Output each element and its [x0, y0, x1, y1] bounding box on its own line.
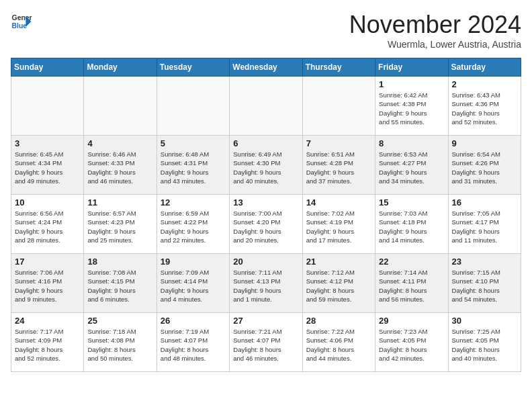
day-info: Sunrise: 6:45 AM Sunset: 4:34 PM Dayligh…	[15, 150, 80, 185]
calendar-cell: 18Sunrise: 7:08 AM Sunset: 4:15 PM Dayli…	[84, 254, 157, 313]
calendar-cell: 12Sunrise: 6:59 AM Sunset: 4:22 PM Dayli…	[157, 195, 229, 254]
calendar-cell: 20Sunrise: 7:11 AM Sunset: 4:13 PM Dayli…	[230, 254, 302, 313]
day-number: 7	[306, 138, 371, 148]
day-number: 8	[379, 138, 444, 148]
calendar-cell: 21Sunrise: 7:12 AM Sunset: 4:12 PM Dayli…	[302, 254, 375, 313]
day-number: 26	[161, 316, 226, 326]
calendar-cell: 22Sunrise: 7:14 AM Sunset: 4:11 PM Dayli…	[375, 254, 448, 313]
calendar-cell: 27Sunrise: 7:21 AM Sunset: 4:07 PM Dayli…	[230, 313, 302, 372]
calendar-cell: 30Sunrise: 7:25 AM Sunset: 4:05 PM Dayli…	[448, 313, 521, 372]
day-number: 27	[233, 316, 298, 326]
day-number: 22	[379, 257, 444, 267]
day-info: Sunrise: 7:19 AM Sunset: 4:07 PM Dayligh…	[161, 327, 226, 363]
day-info: Sunrise: 6:56 AM Sunset: 4:24 PM Dayligh…	[15, 209, 80, 244]
day-number: 10	[15, 197, 80, 208]
day-number: 20	[233, 257, 298, 267]
calendar-cell: 6Sunrise: 6:49 AM Sunset: 4:30 PM Daylig…	[230, 136, 302, 195]
weekday-header-monday: Monday	[84, 58, 157, 77]
day-number: 15	[379, 197, 444, 208]
day-info: Sunrise: 7:05 AM Sunset: 4:17 PM Dayligh…	[452, 209, 517, 244]
calendar-week-row: 1Sunrise: 6:42 AM Sunset: 4:38 PM Daylig…	[11, 77, 521, 136]
day-number: 16	[452, 197, 517, 208]
day-info: Sunrise: 7:12 AM Sunset: 4:12 PM Dayligh…	[306, 268, 371, 304]
logo-icon: General Blue	[11, 11, 32, 32]
day-info: Sunrise: 7:14 AM Sunset: 4:11 PM Dayligh…	[379, 268, 444, 304]
calendar-cell: 5Sunrise: 6:48 AM Sunset: 4:31 PM Daylig…	[157, 136, 229, 195]
calendar-cell: 26Sunrise: 7:19 AM Sunset: 4:07 PM Dayli…	[157, 313, 229, 372]
day-info: Sunrise: 7:11 AM Sunset: 4:13 PM Dayligh…	[233, 268, 298, 304]
calendar-week-row: 17Sunrise: 7:06 AM Sunset: 4:16 PM Dayli…	[11, 254, 521, 313]
calendar-week-row: 10Sunrise: 6:56 AM Sunset: 4:24 PM Dayli…	[11, 195, 521, 254]
page-header: General Blue November 2024 Wuermla, Lowe…	[11, 11, 521, 50]
calendar-cell: 10Sunrise: 6:56 AM Sunset: 4:24 PM Dayli…	[11, 195, 84, 254]
title-block: November 2024 Wuermla, Lower Austria, Au…	[349, 11, 521, 50]
day-info: Sunrise: 7:22 AM Sunset: 4:06 PM Dayligh…	[306, 327, 371, 363]
day-number: 1	[379, 79, 444, 89]
day-number: 3	[15, 138, 80, 148]
location-subtitle: Wuermla, Lower Austria, Austria	[349, 39, 521, 50]
day-number: 11	[87, 197, 152, 208]
day-info: Sunrise: 7:18 AM Sunset: 4:08 PM Dayligh…	[87, 327, 152, 363]
calendar-cell: 29Sunrise: 7:23 AM Sunset: 4:05 PM Dayli…	[375, 313, 448, 372]
calendar-cell: 2Sunrise: 6:43 AM Sunset: 4:36 PM Daylig…	[448, 77, 521, 136]
weekday-header-thursday: Thursday	[302, 58, 375, 77]
weekday-header-friday: Friday	[375, 58, 448, 77]
day-info: Sunrise: 6:57 AM Sunset: 4:23 PM Dayligh…	[87, 209, 152, 244]
day-info: Sunrise: 7:21 AM Sunset: 4:07 PM Dayligh…	[233, 327, 298, 363]
day-number: 6	[233, 138, 298, 148]
day-number: 24	[15, 316, 80, 326]
calendar-cell: 1Sunrise: 6:42 AM Sunset: 4:38 PM Daylig…	[375, 77, 448, 136]
weekday-header-sunday: Sunday	[11, 58, 84, 77]
day-info: Sunrise: 6:53 AM Sunset: 4:27 PM Dayligh…	[379, 150, 444, 185]
calendar-cell	[11, 77, 84, 136]
day-info: Sunrise: 6:43 AM Sunset: 4:36 PM Dayligh…	[452, 91, 517, 126]
day-number: 2	[452, 79, 517, 89]
calendar-cell: 17Sunrise: 7:06 AM Sunset: 4:16 PM Dayli…	[11, 254, 84, 313]
calendar-cell: 15Sunrise: 7:03 AM Sunset: 4:18 PM Dayli…	[375, 195, 448, 254]
calendar-cell: 28Sunrise: 7:22 AM Sunset: 4:06 PM Dayli…	[302, 313, 375, 372]
calendar-cell: 8Sunrise: 6:53 AM Sunset: 4:27 PM Daylig…	[375, 136, 448, 195]
svg-text:Blue: Blue	[12, 22, 28, 30]
calendar-cell: 11Sunrise: 6:57 AM Sunset: 4:23 PM Dayli…	[84, 195, 157, 254]
day-number: 19	[161, 257, 226, 267]
calendar-cell	[302, 77, 375, 136]
day-number: 30	[452, 316, 517, 326]
weekday-header-saturday: Saturday	[448, 58, 521, 77]
weekday-header-row: SundayMondayTuesdayWednesdayThursdayFrid…	[11, 58, 521, 77]
day-number: 9	[452, 138, 517, 148]
calendar-cell: 4Sunrise: 6:46 AM Sunset: 4:33 PM Daylig…	[84, 136, 157, 195]
calendar-week-row: 3Sunrise: 6:45 AM Sunset: 4:34 PM Daylig…	[11, 136, 521, 195]
calendar-cell	[157, 77, 229, 136]
day-info: Sunrise: 7:08 AM Sunset: 4:15 PM Dayligh…	[87, 268, 152, 304]
day-number: 14	[306, 197, 371, 208]
day-info: Sunrise: 6:51 AM Sunset: 4:28 PM Dayligh…	[306, 150, 371, 185]
calendar-cell: 9Sunrise: 6:54 AM Sunset: 4:26 PM Daylig…	[448, 136, 521, 195]
day-info: Sunrise: 7:17 AM Sunset: 4:09 PM Dayligh…	[15, 327, 80, 363]
weekday-header-tuesday: Tuesday	[157, 58, 229, 77]
calendar-cell: 23Sunrise: 7:15 AM Sunset: 4:10 PM Dayli…	[448, 254, 521, 313]
day-info: Sunrise: 7:03 AM Sunset: 4:18 PM Dayligh…	[379, 209, 444, 244]
day-number: 13	[233, 197, 298, 208]
day-number: 5	[161, 138, 226, 148]
day-info: Sunrise: 7:09 AM Sunset: 4:14 PM Dayligh…	[161, 268, 226, 304]
calendar-cell: 13Sunrise: 7:00 AM Sunset: 4:20 PM Dayli…	[230, 195, 302, 254]
day-info: Sunrise: 6:48 AM Sunset: 4:31 PM Dayligh…	[161, 150, 226, 185]
calendar-cell: 16Sunrise: 7:05 AM Sunset: 4:17 PM Dayli…	[448, 195, 521, 254]
calendar-cell: 25Sunrise: 7:18 AM Sunset: 4:08 PM Dayli…	[84, 313, 157, 372]
day-info: Sunrise: 7:15 AM Sunset: 4:10 PM Dayligh…	[452, 268, 517, 304]
weekday-header-wednesday: Wednesday	[230, 58, 302, 77]
day-info: Sunrise: 6:46 AM Sunset: 4:33 PM Dayligh…	[87, 150, 152, 185]
day-info: Sunrise: 6:42 AM Sunset: 4:38 PM Dayligh…	[379, 91, 444, 126]
day-number: 12	[161, 197, 226, 208]
calendar-cell: 14Sunrise: 7:02 AM Sunset: 4:19 PM Dayli…	[302, 195, 375, 254]
day-number: 18	[87, 257, 152, 267]
calendar-table: SundayMondayTuesdayWednesdayThursdayFrid…	[11, 58, 521, 372]
day-number: 21	[306, 257, 371, 267]
calendar-cell	[230, 77, 302, 136]
day-info: Sunrise: 6:54 AM Sunset: 4:26 PM Dayligh…	[452, 150, 517, 185]
day-info: Sunrise: 7:25 AM Sunset: 4:05 PM Dayligh…	[452, 327, 517, 363]
day-number: 25	[87, 316, 152, 326]
day-number: 28	[306, 316, 371, 326]
logo: General Blue	[11, 11, 32, 32]
day-number: 29	[379, 316, 444, 326]
